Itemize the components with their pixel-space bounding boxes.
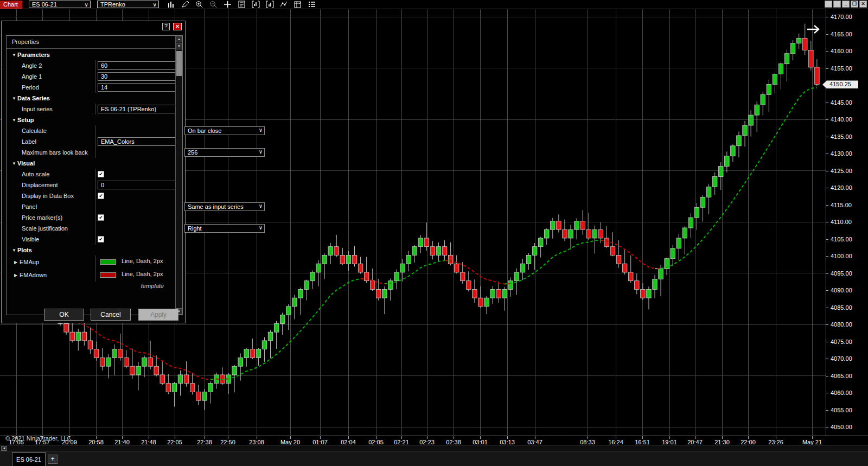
price-tick — [826, 205, 828, 206]
price-tick — [826, 256, 828, 257]
property-row-period: Period14 — [7, 82, 176, 93]
properties-scrollbar[interactable]: ▲ ▼ ▼ — [175, 36, 182, 315]
jump-to-latest-arrow-icon[interactable] — [806, 24, 821, 37]
price-label: 4075.00 — [831, 339, 852, 345]
property-row-scale-justification: Scale justificationRight∨ — [7, 223, 176, 234]
link-instrument-button[interactable] — [825, 1, 832, 8]
plot-color-swatch[interactable] — [100, 272, 116, 278]
visible-checkbox[interactable]: ✔ — [98, 236, 104, 242]
expand-arrow-icon[interactable]: ▶ — [14, 273, 20, 278]
property-label: Calculate — [7, 127, 93, 134]
link-interval-button[interactable] — [833, 1, 841, 8]
time-axis[interactable]: 17:0517:5720:0920:5821:4021:4822:0522:38… — [0, 436, 868, 445]
instrument-select[interactable]: ES 06-21 ∨ — [29, 1, 91, 8]
property-row-label: LabelEMA_Colors — [7, 136, 176, 147]
property-row-visible: Visible✔ — [7, 234, 176, 245]
price-label: 4135.00 — [831, 133, 852, 140]
collapse-arrow-icon[interactable]: ▼ — [12, 118, 17, 123]
property-label: Price marker(s) — [7, 214, 93, 221]
restore-button[interactable]: ❐ — [851, 1, 858, 8]
crosshair-icon[interactable] — [223, 1, 232, 9]
price-tick — [826, 393, 828, 393]
template-link[interactable]: template — [141, 283, 164, 289]
toolbar-icons — [167, 1, 317, 9]
calculate-select[interactable]: On bar close∨ — [184, 126, 265, 135]
tab-bar: ES 06-21 + — [0, 451, 868, 466]
section-data-series: ▼Data Series — [7, 93, 176, 104]
plot-name: EMAup — [20, 259, 39, 265]
price-tick — [826, 324, 828, 325]
label-field[interactable]: EMA_Colors — [98, 137, 178, 146]
price-marker-s--checkbox[interactable]: ✔ — [98, 214, 104, 221]
price-label: 4080.00 — [831, 321, 852, 328]
help-button[interactable]: ? — [162, 23, 170, 30]
price-label: 4165.00 — [831, 31, 852, 37]
display-icon[interactable] — [308, 1, 317, 9]
cancel-button[interactable]: Cancel — [91, 309, 131, 321]
auto-scale-checkbox[interactable]: ✔ — [98, 171, 104, 177]
property-label: Visible — [7, 236, 93, 242]
add-tab-button[interactable]: + — [48, 455, 58, 464]
property-row-displacement: Displacement0 — [7, 180, 176, 190]
ok-button[interactable]: OK — [44, 309, 84, 321]
properties-header[interactable]: Properties — [7, 36, 182, 49]
scrollbar-thumb[interactable] — [176, 51, 182, 76]
tab-es-06-21[interactable]: ES 06-21 — [12, 452, 46, 466]
price-tick — [826, 17, 828, 17]
indicators-icon[interactable] — [265, 1, 275, 9]
scroll-left-arrow-icon[interactable]: ◄ — [1, 446, 7, 451]
price-label: 4055.00 — [831, 407, 852, 413]
data-box-icon[interactable] — [237, 1, 246, 9]
instrument-select-value: ES 06-21 — [32, 1, 57, 8]
apply-button[interactable]: Apply — [138, 309, 178, 321]
property-row-maximum-bars-look-back: Maximum bars look back256∨ — [7, 147, 176, 158]
series-type-select[interactable]: TPRenko ∨ — [97, 1, 159, 8]
horizontal-scrollbar[interactable]: ◄ — [0, 445, 868, 451]
chevron-down-icon: ∨ — [85, 2, 88, 8]
price-tick — [826, 427, 828, 427]
price-tick — [826, 34, 828, 35]
collapse-arrow-icon[interactable]: ▼ — [12, 248, 17, 253]
plot-color-swatch[interactable] — [100, 259, 116, 265]
plot-style-value[interactable]: Line, Dash, 2px — [122, 258, 163, 264]
scroll-down-arrow-icon[interactable]: ▼ — [176, 43, 182, 49]
collapse-arrow-icon[interactable]: ▼ — [12, 53, 17, 58]
property-row-calculate: CalculateOn bar close∨ — [7, 125, 176, 136]
displacement-field[interactable]: 0 — [98, 181, 178, 189]
price-label: 4070.00 — [831, 355, 852, 362]
display-in-data-box-checkbox[interactable]: ✔ — [98, 193, 104, 199]
minimize-button[interactable]: _ — [842, 1, 850, 8]
chart-style-icon[interactable] — [167, 1, 176, 9]
dialog-close-button[interactable]: ✕ — [173, 23, 182, 30]
chart-panel-icon[interactable] — [251, 1, 260, 9]
close-button[interactable]: ✕ — [859, 1, 867, 8]
input-series-field[interactable]: ES 06-21 (TPRenko) — [98, 105, 178, 113]
property-label: Angle 2 — [7, 62, 93, 69]
collapse-arrow-icon[interactable]: ▼ — [12, 161, 17, 166]
scale-justification-select[interactable]: Right∨ — [184, 224, 265, 233]
scroll-up-arrow-icon[interactable]: ▲ — [176, 36, 182, 42]
period-field[interactable]: 14 — [98, 83, 178, 92]
strategies-icon[interactable] — [279, 1, 289, 9]
angle-2-field[interactable]: 60 — [98, 61, 178, 70]
price-tick — [826, 308, 828, 308]
window-title: Chart — [0, 1, 22, 9]
maximum-bars-look-back-select[interactable]: 256∨ — [184, 148, 265, 157]
collapse-arrow-icon[interactable]: ▼ — [12, 96, 17, 101]
window-titlebar: Chart ES 06-21 ∨ TPRenko ∨ _ ❐ ✕ — [0, 0, 868, 9]
panel-select[interactable]: Same as input series∨ — [184, 202, 265, 211]
price-label: 4160.00 — [831, 48, 852, 54]
property-label: Displacement — [7, 182, 93, 188]
expand-arrow-icon[interactable]: ▶ — [14, 260, 20, 265]
plot-style-value[interactable]: Line, Dash, 2px — [122, 271, 163, 277]
properties-icon[interactable] — [293, 1, 303, 9]
angle-1-field[interactable]: 30 — [98, 72, 178, 81]
zoom-out-icon[interactable] — [209, 1, 218, 9]
zoom-in-icon[interactable] — [195, 1, 204, 9]
properties-panel: Properties ▼ParametersAngle 260Angle 130… — [6, 35, 183, 315]
property-row-display-in-data-box: Display in Data Box✔ — [7, 190, 176, 201]
drawing-tools-icon[interactable] — [181, 1, 190, 9]
price-label: 4120.00 — [831, 184, 852, 191]
dialog-titlebar[interactable]: ? ✕ — [2, 21, 185, 33]
price-axis[interactable]: 4150.25 4050.004055.004060.004065.004070… — [826, 9, 868, 436]
